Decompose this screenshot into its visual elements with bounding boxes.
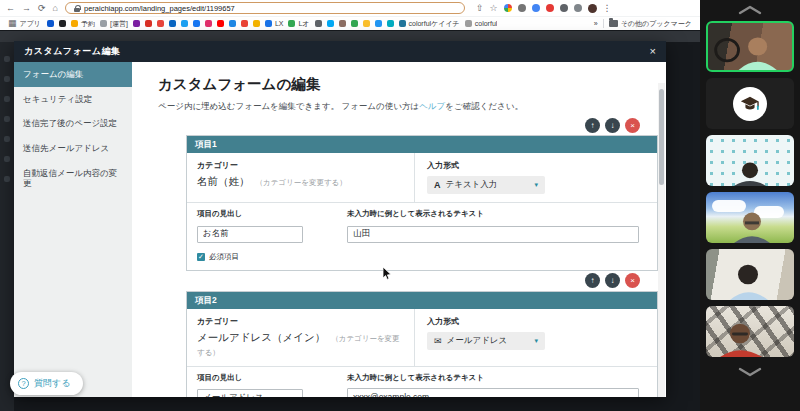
participant-tile-4[interactable] xyxy=(706,192,794,243)
example-input[interactable] xyxy=(347,226,639,243)
bookmark-favicon xyxy=(193,20,200,27)
sidebar-item-destination-email[interactable]: 送信先メールアドレス xyxy=(14,136,132,161)
bookmark-favicon xyxy=(327,20,334,27)
bookmark-item[interactable] xyxy=(363,20,370,27)
scroll-up-chevron-icon[interactable] xyxy=(737,5,763,15)
bookmark-favicon xyxy=(288,20,295,27)
example-input[interactable] xyxy=(347,388,639,397)
example-field-label: 未入力時に例として表示されるテキスト xyxy=(347,209,643,219)
extensions-puzzle-icon[interactable] xyxy=(560,4,568,12)
bookmark-items: 予約[運営]LXLオcolorfulケイイチcolorful xyxy=(47,19,497,29)
sidebar-item-auto-reply[interactable]: 自動返信メール内容の変更 xyxy=(14,161,132,196)
scroll-down-chevron-icon[interactable] xyxy=(737,367,763,377)
description-text-tail: をご確認ください。 xyxy=(445,101,523,111)
input-format-label: 入力形式 xyxy=(427,316,645,327)
delete-section-button[interactable]: × xyxy=(625,118,640,133)
google-app-icon[interactable] xyxy=(532,4,540,12)
camera-icon[interactable] xyxy=(518,4,526,12)
bookmark-item[interactable] xyxy=(193,20,200,27)
question-button[interactable]: ? 質問する xyxy=(10,372,83,395)
section2-controls: ↑ ↓ × xyxy=(158,271,640,291)
apps-label: アプリ xyxy=(20,19,42,29)
colorful-pinwheel-icon[interactable] xyxy=(504,4,512,12)
sidebar-item-after-submit-page[interactable]: 送信完了後のページ設定 xyxy=(14,111,132,136)
tab-group-icon[interactable] xyxy=(574,4,582,12)
move-down-button[interactable]: ↓ xyxy=(605,118,620,133)
bookmark-item[interactable] xyxy=(387,20,394,27)
bookmark-item[interactable] xyxy=(205,20,212,27)
participant-tile-2-avatar[interactable] xyxy=(706,78,794,129)
page-title: カスタムフォームの編集 xyxy=(158,75,640,94)
bookmark-item[interactable]: colorful xyxy=(465,20,498,27)
address-bar-row: ← → ⟳ ⌂ peraichiapp.com/landing_pages/ed… xyxy=(0,0,700,16)
bookmark-item[interactable] xyxy=(315,20,322,27)
participant-tile-3[interactable] xyxy=(706,135,794,186)
bookmarks-overflow-chevron[interactable]: » xyxy=(594,20,598,27)
move-up-button[interactable]: ↑ xyxy=(585,118,600,133)
other-bookmarks-folder[interactable]: その他のブックマーク xyxy=(609,19,692,29)
bookmark-item[interactable] xyxy=(47,20,54,27)
person-silhouette xyxy=(708,23,792,70)
delete-section-button[interactable]: × xyxy=(625,273,640,288)
forward-icon[interactable]: → xyxy=(22,4,31,13)
bookmark-item[interactable]: LX xyxy=(265,20,284,27)
input-format-dropdown[interactable]: A テキスト入力 ▾ xyxy=(427,176,545,194)
refresh-icon[interactable]: ⟳ xyxy=(38,4,46,13)
bookmark-item[interactable]: [運営] xyxy=(100,19,128,29)
bookmark-item[interactable] xyxy=(157,20,164,27)
scrollbar-thumb[interactable] xyxy=(659,89,664,185)
section1-title: 項目1 xyxy=(187,136,657,153)
change-category-link[interactable]: （カテゴリーを変更する） xyxy=(256,178,347,187)
share-icon[interactable]: ⇧ xyxy=(476,4,484,13)
move-down-button[interactable]: ↓ xyxy=(605,273,620,288)
move-up-button[interactable]: ↑ xyxy=(585,273,600,288)
modal-close-icon[interactable]: × xyxy=(650,46,656,57)
format-cell: 入力形式 A テキスト入力 ▾ xyxy=(415,153,657,202)
modal-scrollbar[interactable] xyxy=(658,83,665,397)
bookmark-item[interactable] xyxy=(241,20,248,27)
red-extension-icon[interactable] xyxy=(546,4,554,12)
bookmark-item[interactable] xyxy=(145,20,152,27)
apps-shortcut[interactable]: ▦ アプリ xyxy=(8,19,41,29)
bookmark-item[interactable] xyxy=(59,20,66,27)
participant-tile-5[interactable] xyxy=(706,249,794,300)
bookmark-item[interactable] xyxy=(133,20,140,27)
bookmark-star-icon[interactable]: ☆ xyxy=(490,4,498,13)
bookmark-item[interactable] xyxy=(327,20,334,27)
bookmark-item[interactable] xyxy=(339,20,346,27)
heading-input[interactable] xyxy=(197,226,303,243)
heading-input[interactable] xyxy=(197,389,303,397)
bookmark-item[interactable] xyxy=(253,20,260,27)
bookmark-item[interactable] xyxy=(375,20,382,27)
home-icon[interactable]: ⌂ xyxy=(53,4,58,13)
bookmark-item[interactable] xyxy=(229,20,236,27)
bookmark-favicon xyxy=(375,20,382,27)
sidebar-item-security[interactable]: セキュリティ設定 xyxy=(14,87,132,112)
input-format-dropdown[interactable]: ✉ メールアドレス ▾ xyxy=(427,332,545,350)
bookmark-item[interactable]: Lオ xyxy=(288,19,309,29)
bookmark-item[interactable] xyxy=(217,20,224,27)
bookmark-item[interactable] xyxy=(351,20,358,27)
back-icon[interactable]: ← xyxy=(6,4,15,13)
participant-tile-6[interactable] xyxy=(706,306,794,357)
profile-avatar[interactable] xyxy=(588,4,597,13)
required-checkbox[interactable]: ✓ xyxy=(197,253,205,261)
bookmark-favicon xyxy=(47,20,54,27)
menu-icon[interactable]: ⋮ xyxy=(603,4,612,13)
bookmark-favicon xyxy=(351,20,358,27)
sidebar-item-form-edit[interactable]: フォームの編集 xyxy=(14,62,132,87)
bookmark-favicon xyxy=(399,20,406,27)
person-silhouette xyxy=(706,192,794,243)
help-link[interactable]: ヘルプ xyxy=(419,101,445,111)
person-silhouette xyxy=(706,249,794,300)
bookmark-item[interactable] xyxy=(169,20,176,27)
participant-tile-1-speaking[interactable] xyxy=(706,21,794,72)
url-bar[interactable]: peraichiapp.com/landing_pages/edit/11996… xyxy=(65,2,465,14)
lock-icon xyxy=(74,5,80,12)
bookmark-item[interactable]: colorfulケイイチ xyxy=(399,19,460,29)
bookmark-item[interactable] xyxy=(181,20,188,27)
bookmark-item[interactable]: 予約 xyxy=(71,19,95,29)
bookmark-favicon xyxy=(169,20,176,27)
apps-grid-icon: ▦ xyxy=(8,19,17,28)
heading-field-label: 項目の見出し xyxy=(197,209,347,219)
